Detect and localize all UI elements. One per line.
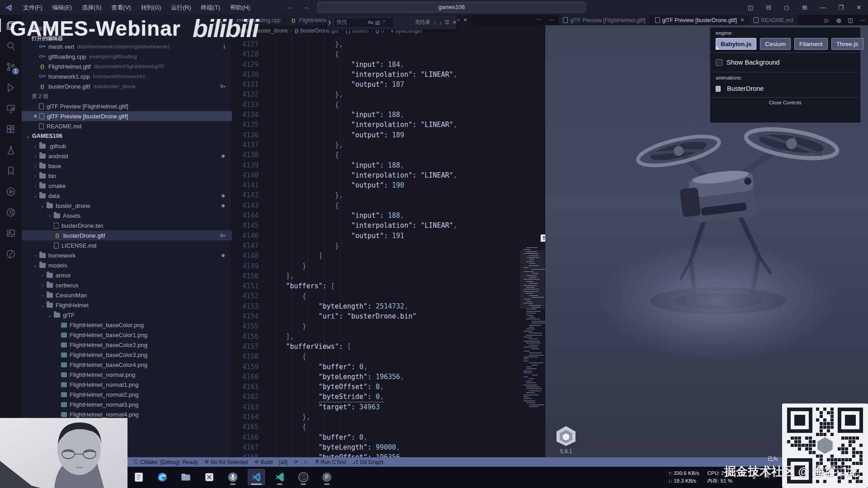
- code-editor[interactable]: 4127 4128 4129 4130 4131 4132 4133 4134 …: [232, 36, 545, 457]
- tree-item-glTF[interactable]: ⌄ glTF: [22, 310, 232, 320]
- show-background-checkbox[interactable]: [716, 59, 722, 66]
- taskbar-obs[interactable]: [295, 469, 312, 485]
- taskbar-vscode-insiders[interactable]: [271, 469, 288, 485]
- open-editor-README.md[interactable]: README.md: [22, 121, 232, 131]
- find-toggles[interactable]: Aaab.*: [368, 20, 385, 25]
- open-editors-header[interactable]: 打开的编辑器: [32, 35, 63, 42]
- activity-explorer[interactable]: [0, 15, 22, 36]
- open-preview-icon[interactable]: ◍: [833, 17, 844, 23]
- taskbar-vscode[interactable]: [248, 469, 265, 485]
- tree-item-CesiumMan[interactable]: › CesiumMan: [22, 290, 232, 300]
- close-icon[interactable]: ✕: [740, 17, 744, 23]
- activity-image-preview[interactable]: [0, 223, 22, 244]
- taskbar-explorer[interactable]: [177, 469, 194, 485]
- tree-item-FlightHelmet_baseColor1.png[interactable]: FlightHelmet_baseColor1.png: [22, 330, 232, 340]
- tree-item-FlightHelmet_normal3.png[interactable]: FlightHelmet_normal3.png: [22, 399, 232, 409]
- tree-item-FlightHelmet[interactable]: ⌄ FlightHelmet: [22, 300, 232, 310]
- close-icon[interactable]: ✕: [463, 17, 467, 23]
- tree-item-FlightHelmet_baseColor.png[interactable]: FlightHelmet_baseColor.png: [22, 320, 232, 330]
- find-close-icon[interactable]: ✕: [453, 19, 457, 25]
- activity-remote-explorer[interactable]: [0, 98, 22, 119]
- open-editor-gltfloading.cpp[interactable]: C++gltfloading.cppexamples\gltfloading: [22, 52, 232, 61]
- statusbar-[all][interactable]: [all]: [276, 457, 291, 467]
- tree-item-homework[interactable]: › homework: [22, 250, 232, 260]
- statusbar-⟳[interactable]: ⟳: [291, 457, 301, 467]
- layout-customize-icon[interactable]: ⊞: [796, 0, 814, 15]
- tree-item-LICENSE.md[interactable]: LICENSE.md: [22, 240, 232, 250]
- open-editor-mesh.vert[interactable]: C++mesh.vertdata\homework\shaders\glsl\h…: [22, 42, 232, 52]
- menu-选择(S)[interactable]: 选择(S): [77, 0, 106, 15]
- statusbar-▷[interactable]: ▷: [301, 457, 311, 467]
- statusbar-Run CTest[interactable]: ⚗Run CTest: [311, 457, 349, 467]
- menu-编辑(E)[interactable]: 编辑(E): [47, 0, 77, 15]
- minimize-button[interactable]: —: [814, 0, 832, 15]
- find-in-selection-icon[interactable]: ☰: [445, 19, 449, 25]
- tree-item-FlightHelmet_normal.png[interactable]: FlightHelmet_normal.png: [22, 370, 232, 380]
- menu-转到(G)[interactable]: 转到(G): [136, 0, 166, 15]
- close-controls-link[interactable]: Close Controls: [710, 98, 860, 107]
- menu-查看(V)[interactable]: 查看(V): [106, 0, 136, 15]
- taskbar-edge[interactable]: [154, 469, 171, 485]
- activity-run-circle[interactable]: [0, 181, 22, 202]
- tab-overflow-button[interactable]: ⋯: [545, 17, 558, 23]
- tree-item-cerberus[interactable]: › cerberus: [22, 280, 232, 290]
- explorer-title-actions[interactable]: ⋯ 1: [212, 20, 223, 27]
- tab-gltfloading.cpp[interactable]: C++gltfloading.cpp: [232, 15, 285, 25]
- tree-item-FlightHelmet_baseColor3.png[interactable]: FlightHelmet_baseColor3.png: [22, 350, 232, 360]
- layout-secondary-icon[interactable]: ◻: [778, 0, 796, 15]
- tab-overflow-button[interactable]: ⋯: [535, 15, 545, 25]
- tree-item-bin[interactable]: › bin: [22, 171, 232, 181]
- open-editor-FlightHelmet.gltf[interactable]: {}FlightHelmet.gltfdata\models\FlightHel…: [22, 61, 232, 71]
- engine-Filament[interactable]: Filament: [794, 38, 828, 50]
- statusbar-Build[interactable]: ⚙Build: [251, 457, 276, 467]
- taskbar-clip-tool[interactable]: [201, 469, 218, 485]
- find-collapse-chevron[interactable]: ❯: [327, 15, 332, 29]
- activity-source-control[interactable]: 1: [0, 56, 22, 77]
- open-editor-homework1.cpp[interactable]: C++homework1.cpphomework\homework1: [22, 71, 232, 81]
- activity-extensions[interactable]: [0, 119, 22, 140]
- project-root-row[interactable]: ⌄GAMES106: [22, 131, 232, 141]
- find-input[interactable]: 查找: [334, 18, 394, 28]
- breadcrumb-data[interactable]: data: [238, 28, 249, 34]
- tree-item-cmake[interactable]: › cmake: [22, 181, 232, 191]
- statusbar-Git Graph[interactable]: ⎇Git Graph: [349, 457, 387, 467]
- tree-item-FlightHelmet_baseColor2.png[interactable]: FlightHelmet_baseColor2.png: [22, 340, 232, 350]
- more-actions-icon[interactable]: ⋯: [856, 17, 868, 23]
- menu-文件(F)[interactable]: 文件(F): [18, 0, 47, 15]
- layout-sidebar-icon[interactable]: ◫: [741, 0, 760, 15]
- tree-item-base[interactable]: › base: [22, 161, 232, 171]
- menu-终端(T)[interactable]: 终端(T): [196, 0, 225, 15]
- engine-Cesium[interactable]: Cesium: [760, 38, 791, 50]
- minimap[interactable]: [520, 36, 545, 457]
- gltf-3d-canvas[interactable]: 5.6.1 engine: Babylon.jsCesiumFilamentTh…: [545, 25, 868, 457]
- find-next-icon[interactable]: ↓: [439, 20, 442, 25]
- tree-item-FlightHelmet_normal2.png[interactable]: FlightHelmet_normal2.png: [22, 389, 232, 399]
- tree-item-busterDrone.bin[interactable]: busterDrone.bin: [22, 221, 232, 230]
- open-editor-glTF Preview [busterDrone.gltf][interactable]: ✕ glTF Preview [busterDrone.gltf]: [22, 111, 232, 121]
- tree-item-android[interactable]: › android: [22, 151, 232, 161]
- activity-testing[interactable]: [0, 140, 22, 160]
- command-center-search[interactable]: games106: [317, 2, 586, 13]
- run-icon[interactable]: ▷: [821, 17, 833, 23]
- open-editor-busterDrone.gltf[interactable]: {}busterDrone.gltfdata\buster_drone 9+: [22, 81, 232, 91]
- tree-item-.github[interactable]: › .github: [22, 141, 232, 151]
- open-editor-glTF Preview [FlightHelmet.gltf][interactable]: glTF Preview [FlightHelmet.gltf]: [22, 101, 232, 111]
- split-editor-icon[interactable]: ◫: [844, 17, 856, 23]
- tree-item-data[interactable]: ⌄ data: [22, 191, 232, 201]
- breadcrumb-buster_drone[interactable]: buster_drone: [256, 28, 288, 34]
- restore-button[interactable]: ❐: [832, 0, 850, 15]
- menu-运行(R)[interactable]: 运行(R): [166, 0, 196, 15]
- activity-bookmarks[interactable]: [0, 160, 22, 181]
- statusbar-No Kit Selected[interactable]: ⚒No Kit Selected: [201, 457, 251, 467]
- tree-item-FlightHelmet_normal1.png[interactable]: FlightHelmet_normal1.png: [22, 380, 232, 389]
- taskbar-mic-app[interactable]: [224, 469, 241, 485]
- activity-search[interactable]: [0, 36, 22, 56]
- engine-Three.js[interactable]: Three.js: [831, 38, 863, 50]
- tree-item-models[interactable]: ⌄ models: [22, 260, 232, 270]
- tab-glTF Preview [FlightHelmet.gltf][interactable]: glTF Preview [FlightHelmet.gltf]: [558, 15, 651, 25]
- tab-README.md[interactable]: README.md: [749, 15, 798, 25]
- activity-tensorflow[interactable]: [0, 202, 22, 223]
- statusbar-CMake: [Debug]: Ready[interactable]: ⓘCMake: [Debug]: Ready: [130, 457, 201, 467]
- tree-item-FlightHelmet_baseColor4.png[interactable]: FlightHelmet_baseColor4.png: [22, 360, 232, 370]
- taskbar-notes[interactable]: [130, 469, 147, 485]
